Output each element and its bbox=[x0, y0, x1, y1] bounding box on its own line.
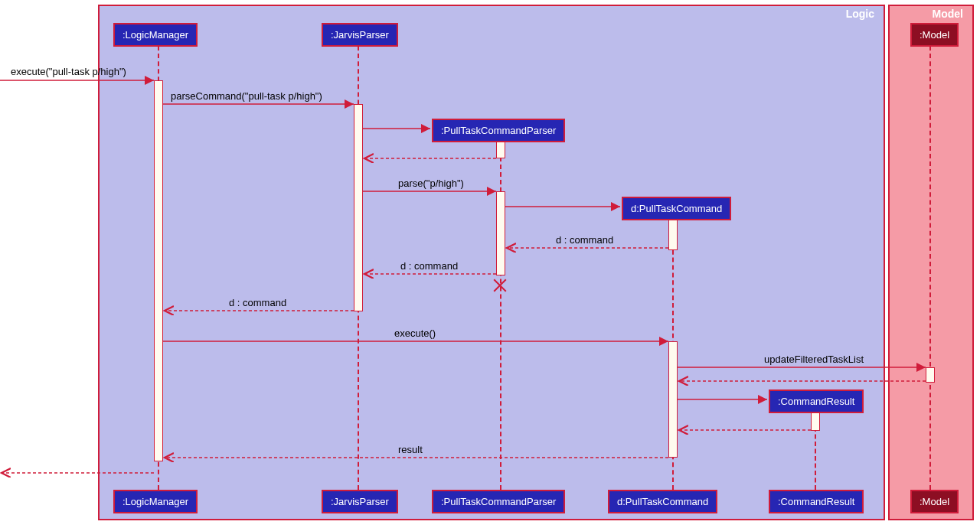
msg-dcmd2: d : command bbox=[400, 260, 458, 272]
model-foot: :Model bbox=[910, 490, 959, 513]
msg-parse: parse("p/high") bbox=[398, 178, 464, 189]
model-label: :Model bbox=[920, 29, 949, 41]
jarvis-parser-head: :JarvisParser bbox=[322, 23, 398, 47]
model-head: :Model bbox=[910, 23, 959, 47]
model-frame-label: Model bbox=[929, 6, 966, 21]
msg-parseCommand: parseCommand("pull-task p/high") bbox=[171, 90, 322, 102]
pulltask-command-foot: d:PullTaskCommand bbox=[608, 490, 717, 513]
jarvis-parser-label: :JarvisParser bbox=[331, 29, 389, 41]
pulltask-parser-create: :PullTaskCommandParser bbox=[432, 119, 565, 142]
lifeline-model bbox=[929, 46, 931, 490]
activation-logic-manager bbox=[154, 80, 163, 461]
activation-pulltask-command-1 bbox=[668, 220, 678, 250]
logic-frame-label: Logic bbox=[843, 6, 877, 21]
msg-dcmd1: d : command bbox=[556, 234, 613, 246]
jarvis-parser-foot: :JarvisParser bbox=[322, 490, 398, 513]
logic-manager-foot: :LogicManager bbox=[113, 490, 198, 513]
msg-dcmd3: d : command bbox=[229, 297, 286, 308]
jarvis-parser-flabel: :JarvisParser bbox=[331, 496, 389, 507]
command-result-foot: :CommandResult bbox=[769, 490, 864, 513]
destroy-icon bbox=[492, 277, 508, 294]
command-result-label: :CommandResult bbox=[778, 396, 854, 407]
command-result-flabel: :CommandResult bbox=[778, 496, 854, 507]
msg-execute: execute() bbox=[394, 328, 436, 339]
pulltask-command-create: d:PullTaskCommand bbox=[622, 197, 731, 220]
pulltask-command-label: d:PullTaskCommand bbox=[631, 203, 722, 214]
pulltask-command-flabel: d:PullTaskCommand bbox=[617, 496, 708, 507]
msg-result: result bbox=[398, 444, 423, 455]
logic-manager-flabel: :LogicManager bbox=[122, 496, 188, 507]
activation-pulltask-parser-1 bbox=[496, 142, 505, 158]
pulltask-parser-foot: :PullTaskCommandParser bbox=[432, 490, 565, 513]
activation-pulltask-command-2 bbox=[668, 341, 678, 458]
pulltask-parser-flabel: :PullTaskCommandParser bbox=[441, 496, 556, 507]
pulltask-parser-label: :PullTaskCommandParser bbox=[441, 125, 556, 136]
model-frame: Model bbox=[888, 5, 974, 520]
activation-jarvis-parser bbox=[354, 104, 363, 311]
logic-manager-head: :LogicManager bbox=[113, 23, 198, 47]
model-flabel: :Model bbox=[920, 496, 949, 507]
msg-updateFilteredTaskList: updateFilteredTaskList bbox=[764, 354, 864, 365]
msg-execute-in: execute("pull-task p/high") bbox=[11, 66, 126, 77]
activation-pulltask-parser-2 bbox=[496, 191, 505, 275]
activation-model bbox=[926, 367, 935, 383]
activation-command-result bbox=[811, 412, 820, 431]
logic-frame: Logic bbox=[98, 5, 885, 520]
command-result-create: :CommandResult bbox=[769, 389, 864, 413]
logic-manager-label: :LogicManager bbox=[122, 29, 188, 41]
